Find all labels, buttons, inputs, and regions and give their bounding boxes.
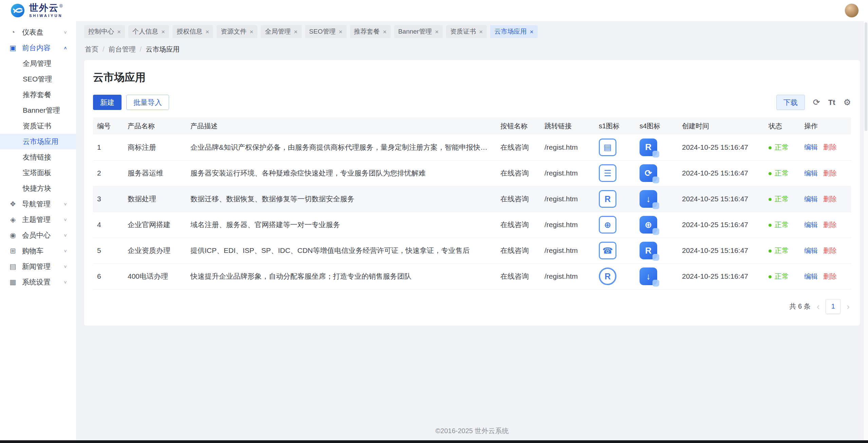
cell-actions: 编辑删除 bbox=[800, 186, 851, 212]
refresh-icon[interactable]: ⟳ bbox=[813, 98, 820, 107]
pagination: 共 6 条 ‹ 1 › bbox=[93, 299, 851, 314]
tab-item[interactable]: 全局管理× bbox=[261, 25, 301, 38]
s4-corner-accent bbox=[652, 228, 659, 235]
edit-link[interactable]: 编辑 bbox=[804, 221, 818, 228]
sidebar-subitem[interactable]: 全局管理 bbox=[0, 56, 76, 71]
batch-import-button[interactable]: 批量导入 bbox=[126, 95, 169, 110]
cell-s4-icon: ↓ bbox=[635, 263, 678, 289]
tab-close-icon[interactable]: × bbox=[383, 29, 387, 35]
download-button[interactable]: 下载 bbox=[776, 95, 805, 110]
delete-link[interactable]: 删除 bbox=[823, 221, 837, 228]
prev-page-icon[interactable]: ‹ bbox=[815, 302, 821, 311]
status-text: 正常 bbox=[775, 272, 789, 280]
sidebar-item[interactable]: ◔仪表盘∨ bbox=[0, 24, 76, 40]
sidebar-item[interactable]: ⊞购物车∨ bbox=[0, 243, 76, 259]
sidebar-subitem[interactable]: 宝塔面板 bbox=[0, 165, 76, 181]
sidebar-subitem[interactable]: 云市场应用 bbox=[0, 134, 76, 149]
sidebar-subitem[interactable]: 友情链接 bbox=[0, 149, 76, 165]
sidebar-item[interactable]: ◉会员中心∨ bbox=[0, 227, 76, 243]
column-header: 按钮名称 bbox=[496, 117, 540, 134]
tab-item[interactable]: 资质证书× bbox=[446, 25, 487, 38]
column-header: 状态 bbox=[764, 117, 800, 134]
frontend-icon: ▣ bbox=[9, 44, 17, 52]
tab-item[interactable]: Banner管理× bbox=[394, 25, 443, 38]
cell-created-time: 2024-10-25 15:16:47 bbox=[678, 238, 764, 263]
tab-close-icon[interactable]: × bbox=[339, 29, 343, 35]
tab-close-icon[interactable]: × bbox=[435, 29, 439, 35]
cell-s4-icon: R bbox=[635, 238, 678, 263]
next-page-icon[interactable]: › bbox=[845, 302, 851, 311]
delete-link[interactable]: 删除 bbox=[823, 143, 837, 151]
chevron-down-icon: ∨ bbox=[63, 30, 67, 35]
tab-label: 授权信息 bbox=[177, 27, 202, 36]
page-number[interactable]: 1 bbox=[826, 299, 841, 314]
tab-close-icon[interactable]: × bbox=[117, 29, 121, 35]
breadcrumb-item[interactable]: 首页 bbox=[85, 45, 98, 54]
s4-corner-accent bbox=[652, 151, 659, 158]
tab-item[interactable]: 推荐套餐× bbox=[350, 25, 391, 38]
tab-close-icon[interactable]: × bbox=[294, 29, 297, 35]
status-text: 正常 bbox=[775, 195, 789, 203]
sidebar-item[interactable]: ◈主题管理∨ bbox=[0, 212, 76, 227]
edit-link[interactable]: 编辑 bbox=[804, 247, 818, 254]
edit-link[interactable]: 编辑 bbox=[804, 169, 818, 177]
font-size-icon[interactable]: Tt bbox=[828, 99, 835, 106]
tab-label: Banner管理 bbox=[398, 27, 432, 36]
edit-link[interactable]: 编辑 bbox=[804, 143, 818, 151]
sidebar-subitem[interactable]: SEO管理 bbox=[0, 71, 76, 87]
cell-actions: 编辑删除 bbox=[800, 160, 851, 186]
sidebar-submenu: 全局管理SEO管理推荐套餐Banner管理资质证书云市场应用友情链接宝塔面板快捷… bbox=[0, 56, 76, 196]
sidebar-item[interactable]: ▣前台内容∧ bbox=[0, 40, 76, 56]
sidebar-subitem[interactable]: Banner管理 bbox=[0, 103, 76, 118]
cell-s1-icon: ☎ bbox=[595, 238, 635, 263]
spacer bbox=[76, 326, 868, 421]
cell-product-name: 企业官网搭建 bbox=[124, 212, 186, 238]
tab-close-icon[interactable]: × bbox=[479, 29, 483, 35]
tab-close-icon[interactable]: × bbox=[250, 29, 253, 35]
edit-link[interactable]: 编辑 bbox=[804, 273, 818, 280]
breadcrumb-item[interactable]: 前台管理 bbox=[109, 45, 136, 54]
logo-icon bbox=[10, 2, 26, 19]
status-dot bbox=[769, 198, 772, 201]
sidebar-subitem[interactable]: 资质证书 bbox=[0, 118, 76, 134]
tab-item[interactable]: 个人信息× bbox=[128, 25, 169, 38]
cell-button-name: 在线咨询 bbox=[496, 238, 540, 263]
avatar[interactable] bbox=[845, 4, 858, 17]
tab-item[interactable]: SEO管理× bbox=[305, 25, 347, 38]
tab-item[interactable]: 授权信息× bbox=[172, 25, 213, 38]
tab-close-icon[interactable]: × bbox=[205, 29, 209, 35]
delete-link[interactable]: 删除 bbox=[823, 169, 837, 177]
tab-item[interactable]: 资源文件× bbox=[217, 25, 257, 38]
delete-link[interactable]: 删除 bbox=[823, 195, 837, 203]
sidebar-item[interactable]: ▤新闻管理∨ bbox=[0, 259, 76, 274]
scrollbar-thumb[interactable] bbox=[865, 22, 867, 131]
delete-link[interactable]: 删除 bbox=[823, 247, 837, 254]
logo[interactable]: 世外云® SHIWAIYUN bbox=[10, 2, 63, 19]
tab-item[interactable]: 控制中心× bbox=[84, 25, 125, 38]
edit-link[interactable]: 编辑 bbox=[804, 195, 818, 203]
delete-link[interactable]: 删除 bbox=[823, 273, 837, 280]
scrollbar[interactable] bbox=[863, 21, 868, 440]
settings-icon[interactable]: ⚙ bbox=[844, 98, 851, 107]
new-button[interactable]: 新建 bbox=[93, 95, 122, 110]
cell-actions: 编辑删除 bbox=[800, 134, 851, 160]
sidebar-subitem[interactable]: 快捷方块 bbox=[0, 181, 76, 196]
tab-close-icon[interactable]: × bbox=[530, 29, 533, 35]
sidebar-item[interactable]: ❖导航管理∨ bbox=[0, 196, 76, 212]
cell-created-time: 2024-10-25 15:16:47 bbox=[678, 160, 764, 186]
content-card: 云市场应用 新建 批量导入 下载 ⟳Tt⚙ 编号产品名称产品描述按钮 bbox=[84, 60, 860, 326]
sidebar-subitem[interactable]: 推荐套餐 bbox=[0, 87, 76, 103]
sidebar-item[interactable]: ▦系统设置∨ bbox=[0, 274, 76, 290]
tab-item[interactable]: 云市场应用× bbox=[490, 25, 537, 38]
settings-icon: ▦ bbox=[9, 278, 17, 286]
s4-glyph: ⊕ bbox=[645, 220, 652, 230]
doc-globe-icon: ⊕ bbox=[599, 216, 616, 234]
cell-link: /regist.htm bbox=[540, 186, 595, 212]
cell-s1-icon: R bbox=[595, 263, 635, 289]
s4-glyph: R bbox=[645, 142, 652, 152]
breadcrumb-item[interactable]: 云市场应用 bbox=[146, 45, 180, 54]
tab-close-icon[interactable]: × bbox=[161, 29, 165, 35]
cell-s4-icon: ↓ bbox=[635, 186, 678, 212]
tab-label: 资质证书 bbox=[450, 27, 476, 36]
body-shell: ◔仪表盘∨▣前台内容∧全局管理SEO管理推荐套餐Banner管理资质证书云市场应… bbox=[0, 21, 868, 440]
